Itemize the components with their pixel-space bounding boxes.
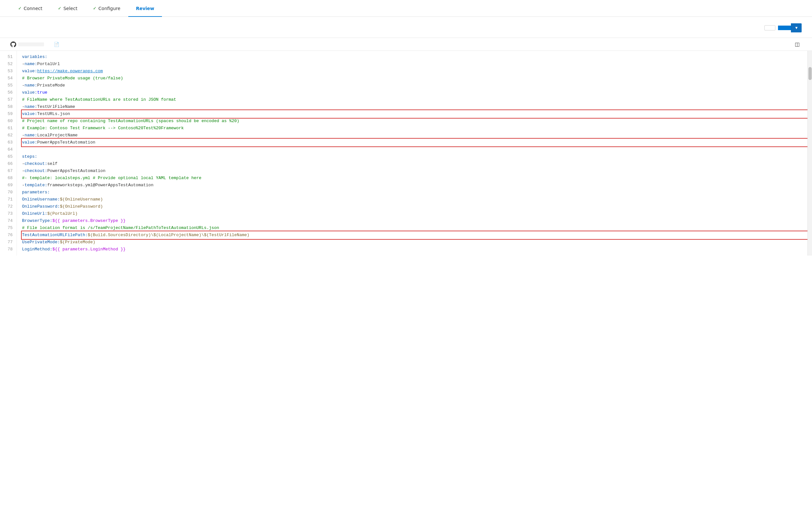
line-number: 60 — [0, 118, 16, 125]
code-line: - name: PrivateMode — [22, 82, 807, 89]
file-edit-icon[interactable]: 📄 — [54, 42, 59, 47]
line-number: 74 — [0, 217, 16, 224]
line-number: 51 — [0, 53, 16, 60]
scrollbar-thumb[interactable] — [808, 67, 812, 80]
code-line: variables: — [22, 53, 807, 60]
line-number: 73 — [0, 210, 16, 217]
repo-placeholder — [18, 42, 44, 46]
line-number: 53 — [0, 68, 16, 75]
header-actions: ▼ — [764, 23, 802, 32]
line-number: 71 — [0, 196, 16, 203]
line-number: 67 — [0, 167, 16, 175]
wizard-step-configure[interactable]: ✓Configure — [85, 0, 128, 17]
variables-button[interactable] — [764, 25, 775, 30]
file-bar: 📄 ◫ — [0, 38, 812, 51]
line-number: 77 — [0, 239, 16, 246]
line-number: 78 — [0, 246, 16, 253]
line-number: 57 — [0, 96, 16, 103]
wizard-step-label-review: Review — [136, 6, 155, 11]
scrollbar[interactable] — [807, 51, 812, 256]
code-line: value: true — [22, 89, 807, 96]
code-line: TestAutomationURLFilePath: $(Build.Sourc… — [22, 231, 807, 239]
code-line: value: https://make.powerapps.com — [22, 68, 807, 75]
check-icon: ✓ — [93, 6, 96, 11]
page-header: ▼ — [0, 17, 812, 38]
code-line: - checkout: PowerAppsTestAutomation — [22, 167, 807, 175]
line-number: 69 — [0, 182, 16, 189]
code-line: value: TestURLs.json — [22, 111, 807, 118]
code-line: # Example: Contoso Test Framework --> Co… — [22, 125, 807, 132]
line-number: 66 — [0, 160, 16, 167]
line-number: 75 — [0, 224, 16, 231]
code-line: - template: frameworksteps.yml@PowerApps… — [22, 182, 807, 189]
save-run-chevron-button[interactable]: ▼ — [791, 23, 802, 32]
code-line — [22, 146, 807, 153]
line-number: 58 — [0, 103, 16, 111]
check-icon: ✓ — [18, 6, 22, 11]
code-line: - name: LocalProjectName — [22, 132, 807, 139]
code-line: BrowserType: ${{ parameters.BrowserType … — [22, 217, 807, 224]
code-editor: 5152535455565758596061626364656667686970… — [0, 51, 812, 256]
code-line: LoginMethod: ${{ parameters.LoginMethod … — [22, 246, 807, 253]
wizard-step-connect[interactable]: ✓Connect — [10, 0, 50, 17]
code-line: steps: — [22, 153, 807, 160]
github-icon — [10, 41, 16, 47]
code-line: # Browser PrivateMode usage (true/false) — [22, 75, 807, 82]
wizard-step-label-configure: Configure — [98, 6, 121, 11]
line-number: 59 — [0, 111, 16, 118]
code-line: - checkout: self — [22, 160, 807, 167]
code-line: - name: TestUrlFileName — [22, 103, 807, 111]
check-icon: ✓ — [58, 6, 61, 11]
show-assistant-icon: ◫ — [795, 41, 800, 47]
wizard-nav: ✓Connect✓Select✓ConfigureReview — [0, 0, 812, 17]
wizard-step-label-connect: Connect — [24, 6, 42, 11]
line-number: 64 — [0, 146, 16, 153]
code-content[interactable]: variables: - name: PortalUrl value: http… — [17, 51, 807, 256]
line-number: 65 — [0, 153, 16, 160]
line-number: 55 — [0, 82, 16, 89]
line-number: 61 — [0, 125, 16, 132]
line-number: 63 — [0, 139, 16, 146]
code-line: OnlineUrl: $(PortalUrl) — [22, 210, 807, 217]
line-number: 76 — [0, 231, 16, 239]
code-line: value: PowerAppsTestAutomation — [22, 139, 807, 146]
wizard-step-select[interactable]: ✓Select — [50, 0, 85, 17]
code-line: # Project name of repo containing TestAu… — [22, 118, 807, 125]
save-run-button[interactable] — [778, 26, 791, 30]
code-line: OnlineUsername: $(OnlineUsername) — [22, 196, 807, 203]
code-line: - name: PortalUrl — [22, 60, 807, 68]
show-assistant-button[interactable]: ◫ — [795, 41, 802, 47]
line-numbers: 5152535455565758596061626364656667686970… — [0, 51, 17, 256]
line-number: 56 — [0, 89, 16, 96]
save-run-button-group: ▼ — [778, 23, 802, 32]
line-number: 68 — [0, 175, 16, 182]
line-number: 70 — [0, 189, 16, 196]
line-number: 54 — [0, 75, 16, 82]
line-number: 72 — [0, 203, 16, 210]
code-line: # File location format is /s/TeamProject… — [22, 224, 807, 231]
code-line: UsePrivateMode: $(PrivateMode) — [22, 239, 807, 246]
line-number: 52 — [0, 60, 16, 68]
line-number: 62 — [0, 132, 16, 139]
code-line: parameters: — [22, 189, 807, 196]
code-line: #- template: localsteps.yml # Provide op… — [22, 175, 807, 182]
file-path: 📄 — [10, 41, 59, 47]
code-line: # FileName where TestAutomationURLs are … — [22, 96, 807, 103]
wizard-step-label-select: Select — [63, 6, 77, 11]
code-line: OnlinePassword: $(OnlinePassword) — [22, 203, 807, 210]
wizard-step-review[interactable]: Review — [128, 0, 162, 17]
